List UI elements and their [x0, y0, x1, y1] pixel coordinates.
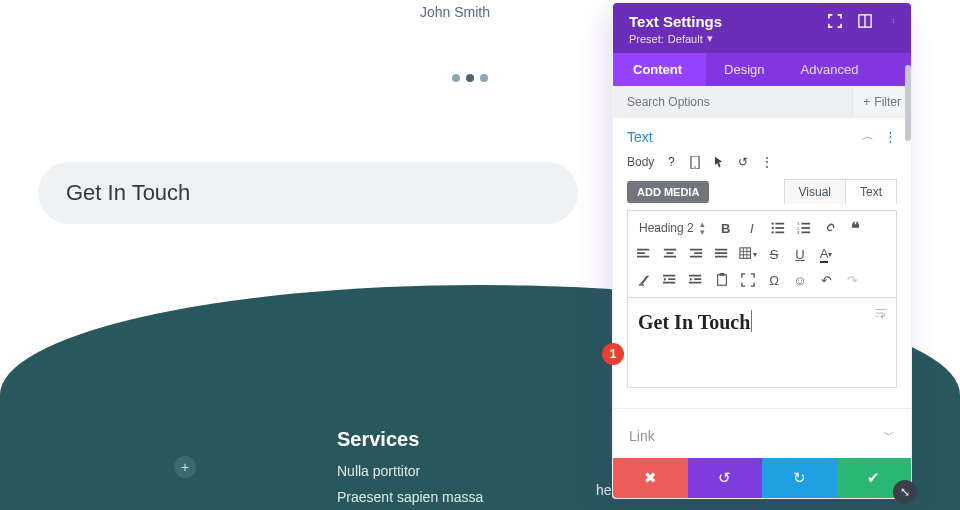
svg-rect-26: [694, 252, 702, 254]
clear-format-button[interactable]: [634, 270, 654, 290]
svg-rect-27: [690, 256, 702, 258]
indent-button[interactable]: [686, 270, 706, 290]
wrap-icon[interactable]: [872, 304, 890, 322]
section-link-header[interactable]: Link ﹀: [613, 408, 911, 458]
section-more-icon[interactable]: ⋮: [884, 129, 897, 144]
tab-content[interactable]: Content: [613, 53, 706, 86]
scrollbar-thumb[interactable]: [905, 65, 911, 141]
editor-tab-visual[interactable]: Visual: [784, 179, 845, 204]
svg-point-2: [893, 19, 894, 20]
focus-icon[interactable]: [827, 13, 843, 29]
media-row: ADD MEDIA Visual Text: [613, 175, 911, 210]
svg-rect-39: [663, 282, 675, 284]
italic-button[interactable]: I: [742, 218, 762, 238]
section-link-title: Link: [629, 428, 655, 444]
panel-tabs: Content Design Advanced: [613, 53, 911, 86]
body-more-icon[interactable]: ⋮: [760, 155, 774, 169]
slider-dots[interactable]: [452, 74, 488, 82]
slider-dot-active[interactable]: [466, 74, 474, 82]
slider-dot[interactable]: [480, 74, 488, 82]
svg-rect-22: [664, 249, 676, 251]
body-label: Body: [627, 155, 654, 169]
preset-label: Preset:: [629, 33, 664, 45]
editor-content[interactable]: Get In Touch: [638, 310, 886, 334]
more-icon[interactable]: [887, 13, 903, 29]
svg-rect-43: [718, 275, 727, 286]
strikethrough-button[interactable]: S: [764, 244, 784, 264]
svg-rect-10: [775, 227, 784, 229]
services-item[interactable]: Praesent sapien massa: [337, 489, 483, 505]
underline-button[interactable]: U: [790, 244, 810, 264]
filter-button[interactable]: +Filter: [852, 88, 911, 116]
section-text-header[interactable]: Text ︿ ⋮: [613, 118, 911, 149]
panel-preset[interactable]: Preset: Default ▾: [629, 32, 895, 45]
rich-text-editor[interactable]: Get In Touch: [627, 298, 897, 388]
fullscreen-button[interactable]: [738, 270, 758, 290]
redo-button[interactable]: ↷: [842, 270, 862, 290]
tab-design[interactable]: Design: [706, 53, 782, 86]
svg-point-6: [695, 166, 696, 167]
svg-rect-19: [637, 249, 649, 251]
services-item[interactable]: Nulla porttitor: [337, 463, 483, 479]
align-justify-button[interactable]: [712, 244, 732, 264]
bullet-list-button[interactable]: [768, 218, 788, 238]
add-media-button[interactable]: ADD MEDIA: [627, 181, 709, 203]
rich-text-toolbar: Heading 2 ▴▾ B I 123 ❝ ▾ S U A▾ Ω: [627, 210, 897, 298]
blockquote-button[interactable]: ❝: [846, 218, 866, 238]
global-redo-button[interactable]: ↻: [762, 458, 837, 498]
svg-point-7: [771, 222, 773, 224]
help-icon[interactable]: ?: [664, 155, 678, 169]
body-controls: Body ? ↺ ⋮: [613, 149, 911, 175]
svg-rect-29: [715, 252, 727, 254]
reset-icon[interactable]: ↺: [736, 155, 750, 169]
svg-point-3: [893, 21, 894, 22]
svg-rect-21: [637, 256, 649, 258]
svg-rect-38: [668, 278, 675, 280]
hover-icon[interactable]: [712, 155, 726, 169]
svg-rect-18: [801, 232, 810, 234]
svg-rect-25: [690, 249, 702, 251]
action-bar: ✖ ↺ ↻ ✔: [613, 458, 911, 498]
emoji-button[interactable]: ☺: [790, 270, 810, 290]
cancel-button[interactable]: ✖: [613, 458, 688, 498]
collapse-icon[interactable]: ︿: [862, 128, 874, 145]
editor-tab-text[interactable]: Text: [845, 179, 897, 204]
panel-header[interactable]: Text Settings Preset: Default ▾: [613, 3, 911, 53]
resize-handle[interactable]: ⤡: [893, 480, 917, 504]
section-text-title: Text: [627, 129, 653, 145]
ordered-list-button[interactable]: 123: [794, 218, 814, 238]
align-left-button[interactable]: [634, 244, 654, 264]
undo-button[interactable]: ↶: [816, 270, 836, 290]
tab-advanced[interactable]: Advanced: [783, 53, 877, 86]
svg-rect-24: [664, 256, 676, 258]
heading-text-module[interactable]: Get In Touch: [38, 162, 578, 224]
tablet-icon[interactable]: [688, 155, 702, 169]
table-button[interactable]: ▾: [738, 244, 758, 264]
align-right-button[interactable]: [686, 244, 706, 264]
svg-rect-12: [775, 232, 784, 234]
columns-icon[interactable]: [857, 13, 873, 29]
slider-dot[interactable]: [452, 74, 460, 82]
bold-button[interactable]: B: [716, 218, 736, 238]
search-bar: +Filter: [613, 86, 911, 118]
annotation-badge-1: 1: [602, 343, 624, 365]
svg-rect-28: [715, 249, 727, 251]
svg-rect-8: [775, 223, 784, 225]
add-module-button[interactable]: +: [174, 456, 196, 478]
global-undo-button[interactable]: ↺: [688, 458, 763, 498]
text-color-button[interactable]: A▾: [816, 244, 836, 264]
align-center-button[interactable]: [660, 244, 680, 264]
link-button[interactable]: [820, 218, 840, 238]
search-input[interactable]: [613, 86, 852, 118]
svg-rect-23: [667, 252, 674, 254]
chevron-down-icon: ﹀: [883, 427, 895, 444]
outdent-button[interactable]: [660, 270, 680, 290]
svg-point-9: [771, 227, 773, 229]
special-char-button[interactable]: Ω: [764, 270, 784, 290]
paste-text-button[interactable]: [712, 270, 732, 290]
heading-dropdown[interactable]: Heading 2 ▴▾: [634, 219, 710, 237]
svg-rect-36: [639, 284, 644, 285]
text-settings-panel: Text Settings Preset: Default ▾ Content …: [612, 2, 912, 499]
svg-rect-42: [689, 282, 701, 284]
svg-rect-14: [801, 223, 810, 225]
